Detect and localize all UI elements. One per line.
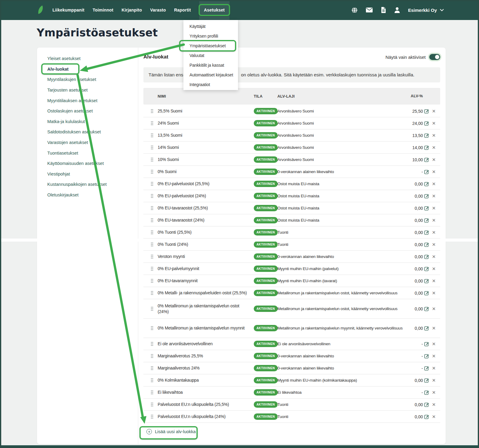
close-icon[interactable]: ✕	[430, 145, 437, 150]
close-icon[interactable]: ✕	[430, 341, 437, 347]
edit-icon[interactable]	[423, 206, 430, 211]
add-vat-class-button[interactable]: + Lisää uusi alv-luokka	[145, 429, 198, 435]
nav-item-varasto[interactable]: Varasto	[150, 0, 166, 20]
close-icon[interactable]: ✕	[430, 181, 437, 187]
edit-icon[interactable]	[423, 242, 430, 247]
close-icon[interactable]: ✕	[430, 326, 437, 331]
close-icon[interactable]: ✕	[430, 402, 437, 407]
drag-handle-icon[interactable]	[151, 182, 153, 186]
user-icon[interactable]	[394, 7, 400, 13]
dropdown-item-käyttäjät[interactable]: Käyttäjät	[183, 22, 238, 31]
drag-handle-icon[interactable]	[151, 390, 153, 395]
drag-handle-icon[interactable]	[151, 306, 153, 311]
close-icon[interactable]: ✕	[430, 109, 437, 114]
close-icon[interactable]: ✕	[430, 306, 437, 312]
drag-handle-icon[interactable]	[151, 109, 153, 113]
close-icon[interactable]: ✕	[430, 366, 437, 371]
edit-icon[interactable]	[423, 254, 430, 259]
company-switcher[interactable]: Esimerkki Oy	[408, 8, 444, 13]
mail-icon[interactable]	[366, 7, 373, 13]
edit-icon[interactable]	[423, 218, 430, 223]
drag-handle-icon[interactable]	[151, 206, 153, 210]
drag-handle-icon[interactable]	[151, 378, 153, 383]
drag-handle-icon[interactable]	[151, 366, 153, 370]
close-icon[interactable]: ✕	[430, 133, 437, 138]
drag-handle-icon[interactable]	[151, 342, 153, 346]
globe-icon[interactable]	[351, 7, 358, 13]
drag-handle-icon[interactable]	[151, 414, 153, 419]
sidebar-item-alv-luokat[interactable]: Alv-luokat	[42, 64, 133, 75]
nav-item-kirjanpito[interactable]: Kirjanpito	[122, 0, 142, 20]
drag-handle-icon[interactable]	[151, 326, 153, 330]
sidebar-item-oletuskirjaukset[interactable]: Oletuskirjaukset	[42, 190, 133, 200]
active-only-toggle[interactable]: Näytä vain aktiiviset	[385, 54, 440, 60]
close-icon[interactable]: ✕	[430, 414, 437, 420]
sidebar-item-kustannuspaikkojen-asetukset[interactable]: Kustannuspaikkojen asetukset	[42, 179, 133, 190]
sidebar-item-käyttöomaisuuden-asetukset[interactable]: Käyttöomaisuuden asetukset	[42, 158, 133, 169]
sidebar-item-ostolaskujen-asetukset[interactable]: Ostolaskujen asetukset	[42, 106, 133, 116]
close-icon[interactable]: ✕	[430, 218, 437, 223]
close-icon[interactable]: ✕	[430, 206, 437, 211]
edit-icon[interactable]	[423, 326, 430, 331]
sidebar-item-tarjousten-asetukset[interactable]: Tarjousten asetukset	[42, 85, 133, 95]
drag-handle-icon[interactable]	[151, 157, 153, 162]
edit-icon[interactable]	[423, 290, 430, 296]
sidebar-item-tuontiasetukset[interactable]: Tuontiasetukset	[42, 148, 133, 158]
nav-item-toiminnot[interactable]: Toiminnot	[92, 0, 113, 20]
edit-icon[interactable]	[423, 121, 430, 126]
edit-icon[interactable]	[423, 278, 430, 284]
dropdown-item-integraatiot[interactable]: Integraatiot	[183, 80, 238, 89]
nav-item-asetukset[interactable]: Asetukset	[199, 0, 230, 20]
drag-handle-icon[interactable]	[151, 194, 153, 198]
edit-icon[interactable]	[423, 353, 430, 359]
sidebar-item-matka-ja-kululaskut[interactable]: Matka-ja kululaskut	[42, 116, 133, 127]
close-icon[interactable]: ✕	[430, 254, 437, 259]
drag-handle-icon[interactable]	[151, 279, 153, 283]
edit-icon[interactable]	[423, 193, 430, 199]
edit-icon[interactable]	[423, 341, 430, 347]
close-icon[interactable]: ✕	[430, 353, 437, 359]
sidebar-item-yleiset-asetukset[interactable]: Yleiset asetukset	[42, 53, 133, 64]
edit-icon[interactable]	[423, 109, 430, 114]
dropdown-item-pankkitilit-ja-kassat[interactable]: Pankkitilit ja kassat	[183, 60, 238, 70]
close-icon[interactable]: ✕	[430, 121, 437, 126]
drag-handle-icon[interactable]	[151, 354, 153, 358]
edit-icon[interactable]	[423, 133, 430, 138]
close-icon[interactable]: ✕	[430, 230, 437, 235]
nav-item-raportit[interactable]: Raportit	[174, 0, 191, 20]
edit-icon[interactable]	[423, 402, 430, 407]
sidebar-item-viestipohjat[interactable]: Viestipohjat	[42, 169, 133, 179]
drag-handle-icon[interactable]	[151, 266, 153, 271]
edit-icon[interactable]	[423, 169, 430, 175]
sidebar-item-myyntitilauksen-asetukset[interactable]: Myyntitilauksen asetukset	[42, 95, 133, 106]
dropdown-item-yrityksen-profiili[interactable]: Yrityksen profiili	[183, 31, 238, 41]
drag-handle-icon[interactable]	[151, 121, 153, 125]
edit-icon[interactable]	[423, 306, 430, 312]
edit-icon[interactable]	[423, 366, 430, 371]
drag-handle-icon[interactable]	[151, 291, 153, 295]
close-icon[interactable]: ✕	[430, 378, 437, 383]
edit-icon[interactable]	[423, 266, 430, 272]
close-icon[interactable]: ✕	[430, 242, 437, 247]
drag-handle-icon[interactable]	[151, 133, 153, 138]
close-icon[interactable]: ✕	[430, 390, 437, 395]
close-icon[interactable]: ✕	[430, 290, 437, 296]
nav-item-liikekumppanit[interactable]: Liikekumppanit	[52, 0, 84, 20]
drag-handle-icon[interactable]	[151, 218, 153, 222]
edit-icon[interactable]	[423, 378, 430, 383]
drag-handle-icon[interactable]	[151, 169, 153, 174]
edit-icon[interactable]	[423, 181, 430, 187]
drag-handle-icon[interactable]	[151, 254, 153, 259]
dropdown-item-automaattiset-kirjaukset[interactable]: Automaattiset kirjaukset	[183, 70, 238, 80]
sidebar-item-saldotodistuksen-asetukset[interactable]: Saldotodistuksen asetukset	[42, 127, 133, 137]
toggle-switch[interactable]	[429, 54, 440, 60]
close-icon[interactable]: ✕	[430, 169, 437, 175]
close-icon[interactable]: ✕	[430, 266, 437, 272]
dropdown-item-valuutat[interactable]: Valuutat	[183, 51, 238, 60]
close-icon[interactable]: ✕	[430, 278, 437, 284]
drag-handle-icon[interactable]	[151, 402, 153, 407]
sidebar-item-varastojen-asetukset[interactable]: Varastojen asetukset	[42, 137, 133, 148]
close-icon[interactable]: ✕	[430, 157, 437, 162]
drag-handle-icon[interactable]	[151, 145, 153, 150]
dropdown-item-ympäristöasetukset[interactable]: Ympäristöasetukset	[183, 41, 238, 51]
